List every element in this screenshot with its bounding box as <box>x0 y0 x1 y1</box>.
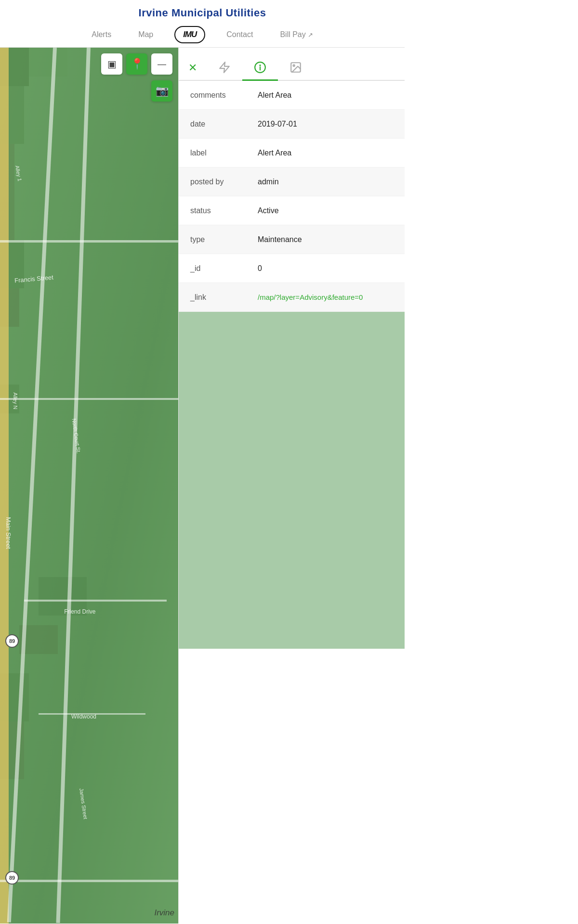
map-toolbar: ▣ 📍 — <box>101 53 172 75</box>
feature-link[interactable]: /map/?layer=Advisory&feature=0 <box>258 293 363 301</box>
field-key-type: type <box>190 235 258 244</box>
route-badge-89-bottom: 89 <box>5 871 19 885</box>
nav-alerts[interactable]: Alerts <box>78 27 125 42</box>
table-row: date 2019-07-01 <box>179 110 405 139</box>
field-value-comments: Alert Area <box>258 91 393 100</box>
camera-button[interactable]: 📷 <box>151 80 172 102</box>
svg-point-5 <box>293 65 295 66</box>
toggle-panel-button[interactable]: ▣ <box>101 53 122 75</box>
field-key-label: label <box>190 149 258 157</box>
external-link-icon: ↗ <box>308 31 313 38</box>
nav-contact[interactable]: Contact <box>213 27 266 42</box>
field-value-status: Active <box>258 206 393 215</box>
nav-logo[interactable]: IMU <box>174 26 205 43</box>
field-key-status: status <box>190 206 258 215</box>
field-value-date: 2019-07-01 <box>258 120 393 128</box>
table-row: status Active <box>179 196 405 225</box>
tab-info[interactable] <box>242 55 278 81</box>
field-value-link[interactable]: /map/?layer=Advisory&feature=0 <box>258 293 393 302</box>
map-green-overlay <box>0 48 178 924</box>
nav-bar: Alerts Map IMU Contact Bill Pay ↗ <box>0 21 405 48</box>
panel-area: ✕ comments Alert Area date 2019-07-01 <box>178 48 405 924</box>
field-value-type: Maintenance <box>258 235 393 244</box>
tab-image[interactable] <box>278 55 314 81</box>
field-key-link: _link <box>190 293 258 302</box>
close-button[interactable]: ✕ <box>188 63 197 73</box>
table-row: _link /map/?layer=Advisory&feature=0 <box>179 283 405 312</box>
location-button[interactable]: 📍 <box>126 53 147 75</box>
tab-lightning[interactable] <box>207 55 242 81</box>
app-title: Irvine Municipal Utilities <box>0 7 405 19</box>
panel-toolbar: ✕ <box>179 48 405 81</box>
nav-map[interactable]: Map <box>125 27 167 42</box>
svg-marker-0 <box>220 62 229 73</box>
header: Irvine Municipal Utilities <box>0 0 405 21</box>
camera-icon: 📷 <box>156 85 169 97</box>
toggle-panel-icon: ▣ <box>107 58 117 70</box>
table-row: posted by admin <box>179 167 405 196</box>
field-value-posted-by: admin <box>258 178 393 186</box>
expand-icon: — <box>158 59 166 69</box>
map-area: Francis Street Alley 1 Alley N North Cou… <box>0 48 178 924</box>
content-area: Francis Street Alley 1 Alley N North Cou… <box>0 48 405 924</box>
nav-bill-pay[interactable]: Bill Pay ↗ <box>266 27 326 42</box>
expand-button[interactable]: — <box>151 53 172 75</box>
field-value-id: 0 <box>258 264 393 273</box>
field-key-posted-by: posted by <box>190 178 258 186</box>
field-value-label: Alert Area <box>258 149 393 157</box>
table-row: comments Alert Area <box>179 81 405 110</box>
table-row: _id 0 <box>179 254 405 283</box>
table-row: type Maintenance <box>179 225 405 254</box>
location-icon: 📍 <box>131 58 144 70</box>
table-row: label Alert Area <box>179 139 405 167</box>
green-bottom-panel <box>179 312 405 649</box>
field-key-date: date <box>190 120 258 128</box>
field-key-id: _id <box>190 264 258 273</box>
field-key-comments: comments <box>190 91 258 100</box>
info-table: comments Alert Area date 2019-07-01 labe… <box>179 81 405 312</box>
